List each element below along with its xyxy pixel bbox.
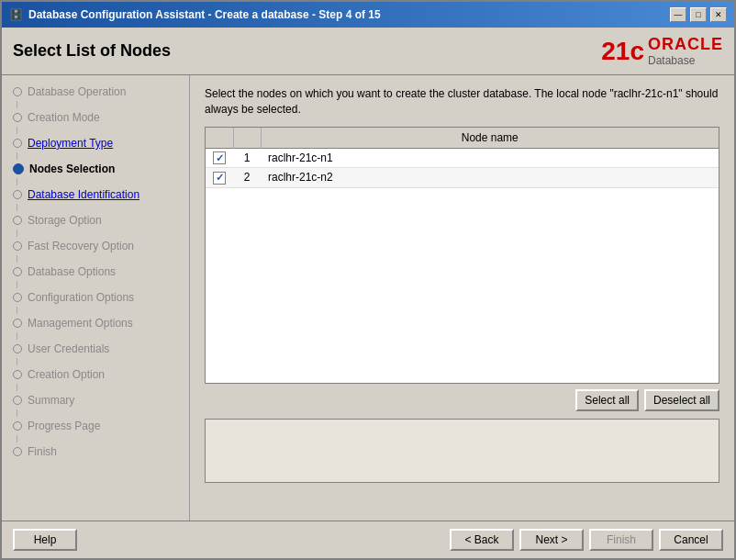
cell-checkbox — [206, 168, 233, 188]
header: Select List of Nodes 21c ORACLE Database — [2, 28, 734, 75]
sidebar-label-nodes-selection: Nodes Selection — [29, 162, 115, 175]
connector-10 — [17, 332, 17, 340]
step-dot-management-options — [13, 319, 22, 328]
cancel-button[interactable]: Cancel — [659, 529, 723, 551]
sidebar-label-storage-option: Storage Option — [28, 214, 102, 227]
main-window: 🗄️ Database Configuration Assistant - Cr… — [0, 0, 736, 560]
sidebar-item-finish: Finish — [2, 442, 189, 461]
minimize-button[interactable]: — — [670, 7, 686, 22]
nodes-table: Node name 1raclhr-21c-n12raclhr-21c-n2 — [206, 128, 719, 188]
connector-1 — [17, 101, 17, 108]
step-dot-database-options — [13, 267, 22, 276]
connector-8 — [17, 281, 17, 288]
deselect-all-button[interactable]: Deselect all — [644, 389, 719, 411]
select-all-button[interactable]: Select all — [575, 389, 639, 411]
instruction-text: Select the nodes on which you want to cr… — [205, 86, 719, 118]
cell-number: 1 — [233, 148, 261, 168]
back-button[interactable]: < Back — [450, 529, 514, 551]
oracle-logo: 21c ORACLE Database — [601, 35, 723, 67]
cell-node-name: raclhr-21c-n1 — [261, 148, 719, 168]
step-dot-finish — [13, 447, 22, 456]
step-dot-nodes-selection — [13, 163, 24, 174]
app-icon: 🗄️ — [9, 8, 23, 21]
sidebar-item-user-credentials: User Credentials — [2, 340, 189, 358]
sidebar-item-database-identification[interactable]: Database Identification — [2, 185, 189, 204]
step-dot-database-operation — [13, 87, 22, 96]
connector-5 — [17, 204, 17, 211]
connector-13 — [17, 409, 17, 417]
sidebar: Database Operation Creation Mode Deploym… — [2, 75, 190, 521]
step-dot-configuration-options — [13, 293, 22, 302]
cell-checkbox — [206, 148, 233, 168]
step-dot-progress-page — [13, 421, 22, 431]
sidebar-label-database-operation: Database Operation — [28, 85, 126, 98]
connector-3 — [17, 152, 17, 160]
sidebar-label-summary: Summary — [28, 394, 74, 407]
sidebar-label-user-credentials: User Credentials — [28, 342, 109, 355]
sidebar-label-progress-page: Progress Page — [28, 420, 100, 432]
sidebar-label-deployment-type: Deployment Type — [28, 137, 113, 150]
page-title: Select List of Nodes — [13, 41, 171, 61]
help-button[interactable]: Help — [13, 529, 77, 551]
step-dot-deployment-type — [13, 139, 22, 148]
sidebar-item-storage-option: Storage Option — [2, 211, 189, 230]
connector-9 — [17, 307, 17, 314]
sidebar-label-finish: Finish — [28, 445, 57, 458]
col-header-check — [206, 128, 233, 149]
sidebar-item-fast-recovery-option: Fast Recovery Option — [2, 237, 189, 255]
connector-2 — [17, 127, 17, 134]
connector-14 — [17, 435, 17, 442]
step-dot-summary — [13, 396, 22, 405]
finish-button[interactable]: Finish — [589, 529, 653, 551]
sidebar-label-database-options: Database Options — [28, 265, 116, 278]
title-bar-left: 🗄️ Database Configuration Assistant - Cr… — [9, 8, 381, 21]
table-row: 1raclhr-21c-n1 — [206, 148, 719, 168]
connector-7 — [17, 255, 17, 263]
col-header-num — [233, 128, 261, 149]
step-dot-creation-mode — [13, 113, 22, 122]
connector-6 — [17, 230, 17, 237]
next-button[interactable]: Next > — [519, 529, 584, 551]
sidebar-item-nodes-selection: Nodes Selection — [2, 160, 189, 178]
content-panel: Select the nodes on which you want to cr… — [190, 75, 734, 521]
step-dot-user-credentials — [13, 344, 22, 353]
col-header-name: Node name — [261, 128, 719, 149]
window-title: Database Configuration Assistant - Creat… — [28, 8, 381, 21]
step-dot-storage-option — [13, 216, 22, 225]
oracle-text-block: ORACLE Database — [648, 35, 723, 67]
bottom-text-area — [205, 419, 719, 483]
sidebar-label-configuration-options: Configuration Options — [28, 291, 134, 304]
sidebar-label-fast-recovery-option: Fast Recovery Option — [28, 240, 134, 252]
main-content: Database Operation Creation Mode Deploym… — [2, 75, 734, 521]
sidebar-item-database-options: Database Options — [2, 263, 189, 281]
step-dot-creation-option — [13, 370, 22, 379]
cell-number: 2 — [233, 168, 261, 188]
sidebar-label-database-identification: Database Identification — [28, 188, 139, 201]
select-deselect-buttons: Select all Deselect all — [205, 389, 719, 411]
sidebar-label-creation-option: Creation Option — [28, 368, 105, 381]
nodes-table-container: Node name 1raclhr-21c-n12raclhr-21c-n2 — [205, 127, 719, 384]
sidebar-label-management-options: Management Options — [28, 317, 133, 330]
sidebar-item-deployment-type[interactable]: Deployment Type — [2, 134, 189, 152]
node-checkbox[interactable] — [213, 151, 226, 164]
sidebar-label-creation-mode: Creation Mode — [28, 111, 100, 124]
node-checkbox[interactable] — [213, 172, 226, 185]
table-row: 2raclhr-21c-n2 — [206, 168, 719, 188]
title-bar: 🗄️ Database Configuration Assistant - Cr… — [2, 2, 734, 28]
maximize-button[interactable]: □ — [690, 7, 707, 22]
step-dot-database-identification — [13, 190, 22, 199]
sidebar-item-creation-option: Creation Option — [2, 365, 189, 384]
sidebar-item-progress-page: Progress Page — [2, 417, 189, 435]
sidebar-item-configuration-options: Configuration Options — [2, 288, 189, 307]
close-button[interactable]: ✕ — [710, 7, 727, 22]
sidebar-item-creation-mode: Creation Mode — [2, 108, 189, 127]
connector-4 — [17, 178, 17, 185]
footer: Help < Back Next > Finish Cancel — [2, 521, 734, 558]
oracle-product: Database — [648, 54, 695, 67]
connector-12 — [17, 384, 17, 391]
connector-11 — [17, 358, 17, 365]
title-bar-controls: — □ ✕ — [670, 7, 727, 22]
cell-node-name: raclhr-21c-n2 — [261, 168, 719, 188]
sidebar-item-management-options: Management Options — [2, 314, 189, 332]
sidebar-item-summary: Summary — [2, 391, 189, 409]
